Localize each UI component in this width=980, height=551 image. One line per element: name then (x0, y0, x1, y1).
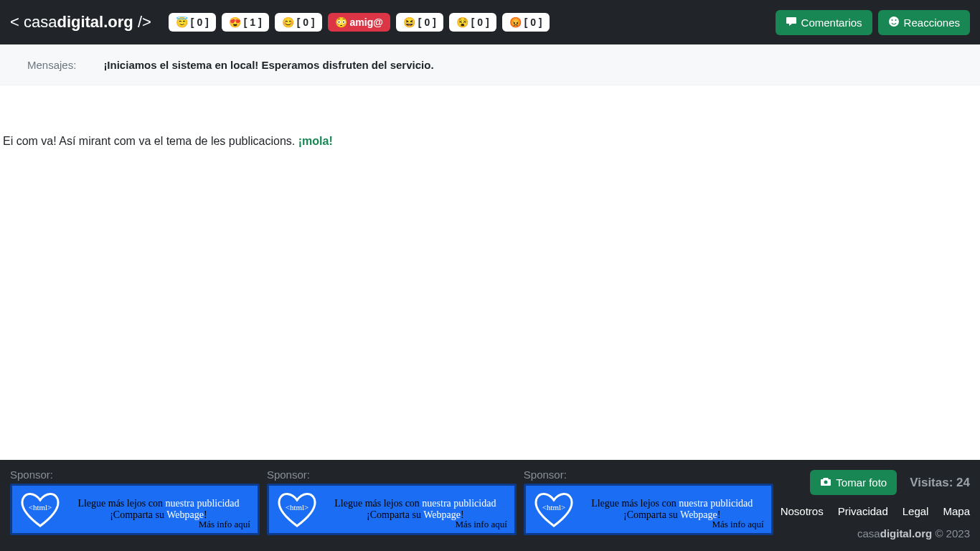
camera-icon (820, 476, 831, 489)
reaction-emoji-icon: 😵 (456, 17, 468, 28)
messages-bar: Mensajes: ¡Iniciamos el sistema en local… (0, 44, 980, 85)
reaction-label: amig@ (350, 17, 383, 28)
link-legal[interactable]: Legal (903, 505, 929, 517)
svg-text:<html>: <html> (286, 503, 309, 512)
messages-text: ¡Iniciamos el sistema en local! Esperamo… (103, 59, 433, 71)
banner-text: Llegue más lejos con nuestra publicidad … (62, 498, 252, 521)
reaction-emoji-icon: 😆 (403, 17, 415, 28)
site-logo[interactable]: < casadigital.org /> (10, 13, 151, 32)
svg-point-2 (793, 19, 794, 21)
main-content: Ei com va! Así mirant com va el tema de … (0, 85, 980, 460)
sponsor-label: Sponsor: (267, 468, 517, 481)
post-text: Ei com va! Así mirant com va el tema de … (3, 135, 298, 147)
top-bar: < casadigital.org /> 😇[ 0 ]😍[ 1 ]😊[ 0 ]😳… (0, 0, 980, 44)
svg-text:<html>: <html> (29, 503, 52, 512)
reaction-emoji-icon: 😊 (282, 17, 294, 28)
reaction-count: [ 1 ] (244, 17, 262, 28)
reactions-label: Reacciones (904, 17, 960, 29)
sponsor-banner[interactable]: <html> Llegue más lejos con nuestra publ… (524, 484, 773, 535)
heart-html-icon: <html> (275, 489, 319, 529)
footer-right: Tomar foto Visitas: 24 Nosotros Privacid… (781, 468, 970, 540)
footer-row: Sponsor: <html> Llegue más lejos con nue… (10, 468, 970, 540)
reaction-bar: 😇[ 0 ]😍[ 1 ]😊[ 0 ]😳amig@😆[ 0 ]😵[ 0 ]😡[ 0… (169, 13, 550, 32)
banner-more: Más info aquí (199, 519, 250, 530)
sponsor-slot-2: Sponsor: <html> Llegue más lejos con nue… (267, 468, 517, 535)
visits-counter: Visitas: 24 (910, 476, 970, 490)
reaction-button-6[interactable]: 😡[ 0 ] (502, 13, 550, 32)
take-photo-button[interactable]: Tomar foto (810, 470, 897, 495)
reaction-button-1[interactable]: 😍[ 1 ] (222, 13, 269, 32)
reaction-count: [ 0 ] (297, 17, 315, 28)
svg-point-9 (824, 481, 828, 484)
smile-icon (888, 16, 900, 29)
post-body: Ei com va! Así mirant com va el tema de … (3, 135, 977, 148)
link-mapa[interactable]: Mapa (943, 505, 970, 517)
banner-more: Más info aquí (712, 519, 763, 530)
sponsor-label: Sponsor: (524, 468, 773, 481)
reaction-count: [ 0 ] (418, 17, 436, 28)
reaction-button-5[interactable]: 😵[ 0 ] (449, 13, 496, 32)
logo-prefix: < casa (10, 13, 57, 31)
svg-point-3 (889, 17, 899, 27)
reaction-count: [ 0 ] (471, 17, 489, 28)
banner-more: Más info aquí (456, 519, 507, 530)
reaction-button-2[interactable]: 😊[ 0 ] (275, 13, 322, 32)
take-photo-label: Tomar foto (836, 476, 887, 489)
top-actions: Comentarios Reacciones (776, 10, 970, 35)
comments-button[interactable]: Comentarios (776, 10, 872, 35)
sponsor-banner[interactable]: <html> Llegue más lejos con nuestra publ… (10, 484, 260, 535)
reaction-emoji-icon: 😍 (229, 17, 241, 28)
sponsor-label: Sponsor: (10, 468, 260, 481)
banner-text: Llegue más lejos con nuestra publicidad … (319, 498, 509, 521)
reaction-emoji-icon: 😳 (335, 17, 347, 28)
reaction-button-4[interactable]: 😆[ 0 ] (396, 13, 443, 32)
reactions-button[interactable]: Reacciones (878, 10, 970, 35)
banner-text: Llegue más lejos con nuestra publicidad … (576, 498, 765, 521)
link-privacidad[interactable]: Privacidad (838, 505, 888, 517)
reaction-emoji-icon: 😇 (176, 17, 188, 28)
reaction-count: [ 0 ] (191, 17, 209, 28)
heart-html-icon: <html> (532, 489, 576, 529)
reaction-button-0[interactable]: 😇[ 0 ] (169, 13, 216, 32)
svg-point-4 (891, 19, 892, 21)
sponsor-slot-3: Sponsor: <html> Llegue más lejos con nue… (524, 468, 773, 535)
sponsor-slot-1: Sponsor: <html> Llegue más lejos con nue… (10, 468, 260, 535)
reaction-emoji-icon: 😡 (509, 17, 522, 28)
reaction-count: [ 0 ] (524, 17, 542, 28)
footer: Sponsor: <html> Llegue más lejos con nue… (0, 460, 980, 551)
svg-text:<html>: <html> (542, 503, 565, 512)
link-nosotros[interactable]: Nosotros (781, 505, 824, 517)
svg-point-0 (788, 19, 790, 21)
copyright: casadigital.org © 2023 (857, 527, 970, 540)
logo-bold: digital.org (57, 13, 133, 31)
footer-links: Nosotros Privacidad Legal Mapa (781, 505, 970, 517)
reaction-button-3[interactable]: 😳amig@ (328, 13, 390, 32)
post-highlight: ¡mola! (298, 135, 333, 147)
footer-right-top: Tomar foto Visitas: 24 (810, 470, 970, 495)
svg-point-1 (791, 19, 792, 21)
logo-suffix: /> (133, 13, 151, 31)
comments-label: Comentarios (801, 17, 862, 29)
sponsor-banner[interactable]: <html> Llegue más lejos con nuestra publ… (267, 484, 517, 535)
heart-html-icon: <html> (18, 489, 62, 529)
messages-label: Mensajes: (27, 59, 76, 71)
chat-icon (786, 16, 797, 29)
svg-point-5 (895, 19, 896, 21)
